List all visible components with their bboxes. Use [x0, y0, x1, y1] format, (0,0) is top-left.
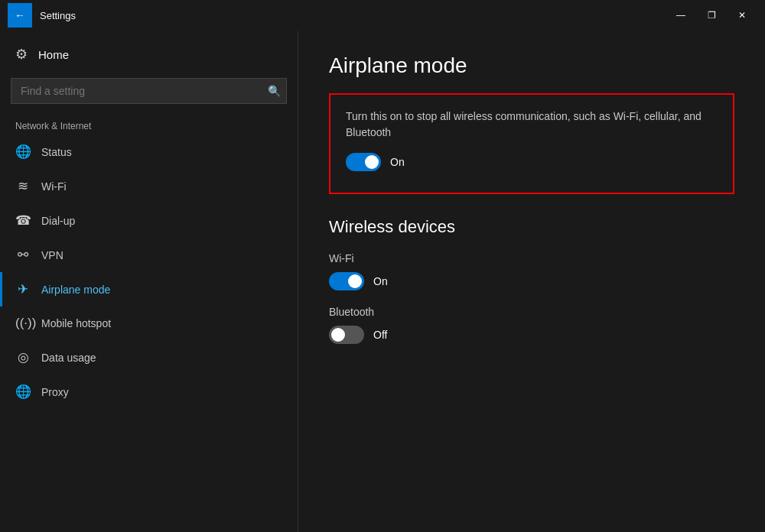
airplane-toggle-row: On: [346, 153, 718, 171]
airplane-nav-icon: ✈: [15, 281, 31, 297]
search-input[interactable]: [11, 78, 287, 104]
sidebar-item-status[interactable]: 🌐 Status: [0, 135, 298, 169]
bluetooth-toggle-row: Off: [329, 326, 734, 344]
wifi-toggle[interactable]: [329, 272, 364, 290]
airplane-toggle-slider: [346, 153, 381, 171]
back-button[interactable]: ←: [8, 3, 32, 28]
sidebar-home-label: Home: [38, 48, 69, 61]
minimize-button[interactable]: —: [666, 3, 696, 28]
search-button[interactable]: 🔍: [268, 85, 281, 97]
sidebar-item-home[interactable]: ⚙ Home: [0, 38, 298, 70]
airplane-mode-box: Turn this on to stop all wireless commun…: [329, 93, 734, 194]
wireless-section-title: Wireless devices: [329, 217, 734, 237]
sidebar-item-label: Mobile hotspot: [41, 317, 111, 329]
wifi-toggle-row: On: [329, 272, 734, 290]
sidebar-item-label: Data usage: [41, 352, 96, 364]
page-title: Airplane mode: [329, 54, 734, 78]
content-area: Airplane mode Turn this on to stop all w…: [298, 31, 765, 532]
sidebar-item-label: VPN: [41, 249, 63, 261]
close-button[interactable]: ✕: [727, 3, 757, 28]
airplane-toggle-label: On: [390, 156, 405, 168]
back-icon: ←: [15, 9, 25, 21]
sidebar-item-label: Status: [41, 146, 72, 158]
main-layout: ⚙ Home 🔍 Network & Internet 🌐 Status ≋ W…: [0, 31, 765, 532]
wifi-toggle-label: On: [373, 275, 388, 287]
bluetooth-toggle-label: Off: [373, 329, 387, 341]
bluetooth-toggle[interactable]: [329, 326, 364, 344]
search-wrapper: 🔍: [11, 78, 287, 104]
bluetooth-device-item: Bluetooth Off: [329, 306, 734, 344]
sidebar-item-label: Wi-Fi: [41, 180, 67, 193]
sidebar-section-label: Network & Internet: [0, 115, 298, 135]
sidebar-item-wifi[interactable]: ≋ Wi-Fi: [0, 169, 298, 203]
sidebar-item-datausage[interactable]: ◎ Data usage: [0, 340, 298, 375]
wifi-device-label: Wi-Fi: [329, 252, 734, 264]
sidebar-item-label: Airplane mode: [41, 284, 110, 296]
airplane-description: Turn this on to stop all wireless commun…: [346, 109, 718, 141]
status-icon: 🌐: [15, 144, 31, 160]
vpn-icon: ⚯: [15, 247, 31, 263]
sidebar-item-label: Proxy: [41, 386, 69, 398]
datausage-icon: ◎: [15, 349, 31, 365]
restore-button[interactable]: ❐: [696, 3, 727, 28]
sidebar-item-vpn[interactable]: ⚯ VPN: [0, 238, 298, 272]
wifi-nav-icon: ≋: [15, 178, 31, 194]
sidebar-item-proxy[interactable]: 🌐 Proxy: [0, 375, 298, 409]
wifi-toggle-slider: [329, 272, 364, 290]
bluetooth-toggle-knob: [331, 328, 345, 342]
bluetooth-toggle-slider: [329, 326, 364, 344]
search-container: 🔍: [0, 70, 298, 115]
wifi-device-item: Wi-Fi On: [329, 252, 734, 290]
sidebar-item-hotspot[interactable]: ((·)) Mobile hotspot: [0, 307, 298, 340]
bluetooth-device-label: Bluetooth: [329, 306, 734, 318]
proxy-icon: 🌐: [15, 384, 31, 400]
sidebar-item-dialup[interactable]: ☎ Dial-up: [0, 203, 298, 238]
sidebar-item-airplane[interactable]: ✈ Airplane mode: [0, 272, 298, 307]
titlebar: ← Settings — ❐ ✕: [0, 0, 765, 31]
airplane-toggle[interactable]: [346, 153, 381, 171]
sidebar: ⚙ Home 🔍 Network & Internet 🌐 Status ≋ W…: [0, 31, 298, 532]
app-title: Settings: [40, 10, 658, 21]
search-icon: 🔍: [268, 85, 281, 97]
home-icon: ⚙: [15, 46, 28, 63]
window-controls: — ❐ ✕: [666, 3, 757, 28]
dialup-icon: ☎: [15, 212, 31, 229]
wifi-toggle-knob: [348, 274, 362, 288]
sidebar-item-label: Dial-up: [41, 215, 75, 227]
airplane-toggle-knob: [365, 155, 379, 169]
hotspot-icon: ((·)): [15, 316, 31, 331]
